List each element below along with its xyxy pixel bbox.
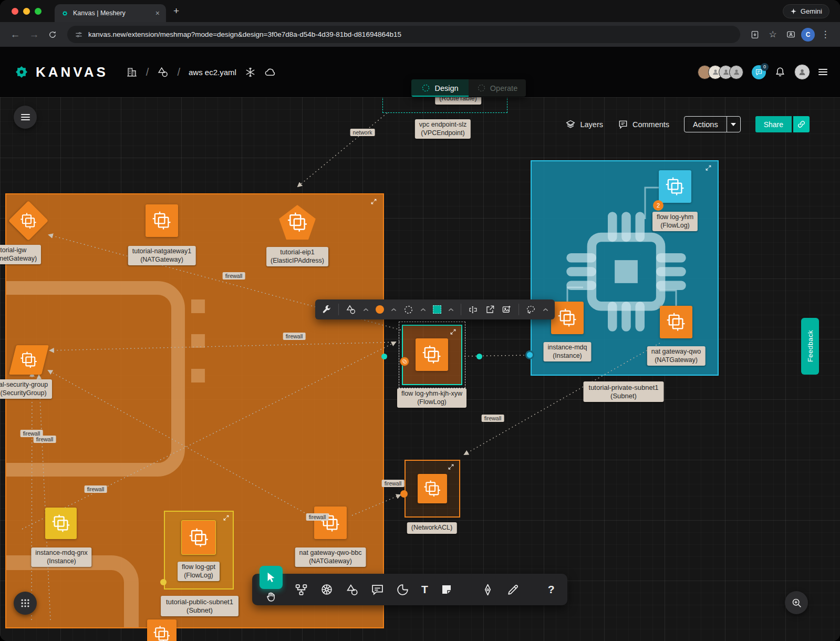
design-canvas[interactable]: (RouteTable) vpc endpoint-slz (VPCEndpoi… [0,97,840,641]
selected-node-anchor-handle[interactable] [400,357,409,366]
node-instance-mdq-gnx[interactable] [45,508,77,539]
url-input[interactable]: kanvas.new/extension/meshmap?mode=design… [67,26,740,43]
rename-icon[interactable] [468,305,478,315]
profile-switcher-icon[interactable] [783,29,798,39]
bookmark-star-icon[interactable]: ☆ [765,29,780,40]
feedback-tab[interactable]: Feedback [801,318,819,375]
node-label-flowlog-gpt[interactable]: flow log-gpt (FlowLog) [178,562,220,581]
kanvas-logo[interactable]: KANVAS [13,63,108,81]
pen-tool-icon[interactable] [481,583,494,596]
node-label-private-subnet[interactable]: tutorial-private-subnet1 (Subnet) [584,381,664,402]
tab-design[interactable]: Design [411,79,469,97]
gemini-badge[interactable]: Gemini [783,4,829,18]
note-tool-icon[interactable] [440,583,453,596]
design-file-name[interactable]: aws ec2.yaml [189,68,236,77]
bell-icon[interactable] [774,66,786,78]
edge-label-firewall[interactable]: firewall [482,415,504,422]
edge-label-firewall[interactable]: firewall [382,480,405,487]
open-in-new-icon[interactable] [485,305,495,315]
chevron-up-icon[interactable] [363,308,369,312]
comments-button[interactable]: Comments [618,119,669,130]
collaborator-avatar[interactable] [729,65,743,79]
cloud-sync-icon[interactable] [264,66,276,78]
chevron-up-icon[interactable] [420,308,426,312]
node-label-security-group[interactable]: al-security-group (SecurityGroup) [0,379,52,399]
new-tab-button[interactable]: + [173,5,179,17]
help-icon[interactable]: ? [548,583,555,596]
node-label-public-subnet[interactable]: tutorial-public-subnet1 (Subnet) [161,596,238,616]
configure-wrench-icon[interactable] [322,305,331,315]
zoom-button[interactable] [785,591,808,614]
node-natgateway1[interactable] [146,204,178,237]
selected-node-resize-icon[interactable] [450,328,457,335]
subnet-private-resize-icon[interactable] [705,164,712,171]
lasso-icon[interactable] [526,305,536,315]
node-shapes-icon[interactable] [346,304,356,315]
app-menu-icon[interactable] [818,67,827,77]
actions-button[interactable]: Actions [684,116,741,132]
node-color-swatch[interactable] [376,305,384,314]
node-flowlog-yhm[interactable] [659,170,691,203]
shapes-tool-icon[interactable] [346,583,359,596]
chevron-up-icon[interactable] [448,308,454,312]
workspace-shapes-icon[interactable] [157,66,169,78]
node-networkacl[interactable] [418,474,447,503]
add-image-icon[interactable] [502,305,512,315]
node-flowlog-gpt[interactable] [181,520,216,555]
node-label-vpcendpoint[interactable]: vpc endpoint-slz (VPCEndpoint) [415,119,471,139]
edge-label-firewall[interactable]: firewall [34,436,56,443]
chevron-up-icon[interactable] [543,308,548,312]
edge-label-firewall[interactable]: firewall [85,485,107,493]
browser-menu-icon[interactable]: ⋮ [818,29,833,40]
subnet-edge-anchor-handle[interactable] [525,350,534,359]
edge-label-firewall[interactable]: firewall [306,513,329,521]
node-partial-bottom[interactable] [147,619,177,641]
comment-tool-icon[interactable] [371,583,384,596]
collaborator-avatars[interactable] [701,65,743,79]
forward-button[interactable]: → [26,29,42,40]
maximize-window-button[interactable] [35,8,42,15]
apps-grid-button[interactable] [14,592,37,615]
node-label-eip1[interactable]: tutorial-eip1 (ElasticIPAddress) [266,247,328,266]
networkacl-resize-icon[interactable] [448,463,454,470]
flow-diagram-tool-icon[interactable] [295,583,308,596]
copy-link-button[interactable] [793,116,810,132]
node-label-instance-mdq-gnx[interactable]: instance-mdq-gnx (Instance) [31,547,91,567]
dashed-circle-tool-icon[interactable] [403,305,413,315]
save-page-icon[interactable] [748,30,762,39]
close-window-button[interactable] [12,8,18,15]
browser-profile-avatar[interactable]: C [801,28,815,42]
selected-node-handle-right[interactable] [476,354,482,359]
select-tool-button[interactable] [260,566,283,589]
chat-button[interactable]: 0 [752,65,766,79]
back-button[interactable]: ← [7,29,23,40]
minimize-window-button[interactable] [23,8,30,15]
pan-hand-icon[interactable] [265,591,277,603]
node-instance-mdq[interactable] [551,302,584,334]
layers-button[interactable]: Layers [565,119,603,130]
selected-node-handle-left[interactable] [381,354,387,359]
node-natgateway-qwo-bbc[interactable] [314,506,347,539]
canvas-menu-button[interactable] [14,106,37,129]
subnet-public-resize-icon[interactable] [370,198,377,205]
share-button[interactable]: Share [755,116,792,132]
refresh-button[interactable] [45,30,60,39]
browser-tab[interactable]: Kanvas | Meshery × [55,4,166,22]
chevron-up-icon[interactable] [391,308,397,312]
tab-operate[interactable]: Operate [469,79,526,97]
node-label-instance-mdq[interactable]: instance-mdq (Instance) [543,342,591,361]
node-label-flowlog-selected[interactable]: flow log-yhm-kjh-xyw (FlowLog) [397,388,466,408]
text-tool-icon[interactable]: T [421,583,428,596]
node-label-routetable[interactable]: (RouteTable) [435,97,481,105]
sticker-tool-icon[interactable] [396,583,409,596]
edge-label-firewall[interactable]: firewall [283,333,306,340]
node-label-igw[interactable]: tutorial-igw (InternetGateway) [0,245,41,264]
organization-icon[interactable] [126,66,138,78]
marker-tool-icon[interactable] [506,583,520,596]
close-tab-icon[interactable]: × [155,9,160,17]
networkacl-anchor-handle[interactable] [400,490,408,498]
user-avatar[interactable] [794,64,810,80]
snowflake-icon[interactable] [245,67,256,78]
node-label-natgateway-qwo-bbc[interactable]: nat gateway-qwo-bbc (NATGateway) [295,547,366,567]
node-label-flowlog-yhm[interactable]: flow log-yhm (FlowLog) [652,212,698,231]
